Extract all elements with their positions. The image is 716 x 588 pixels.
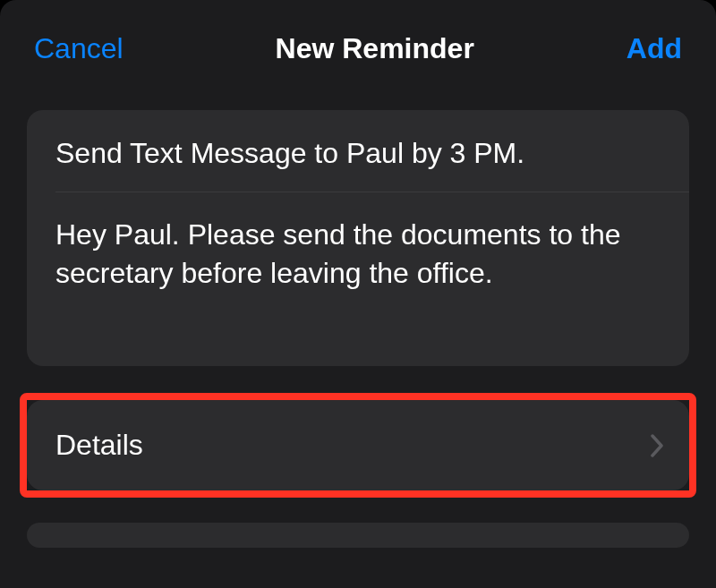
reminder-title-input[interactable]: Send Text Message to Paul by 3 PM. [27, 110, 689, 192]
page-title: New Reminder [276, 32, 474, 65]
reminder-content-card: Send Text Message to Paul by 3 PM. Hey P… [27, 110, 689, 366]
cancel-button[interactable]: Cancel [34, 32, 124, 65]
details-highlight: Details [20, 393, 696, 498]
details-button[interactable]: Details [27, 400, 689, 490]
add-button[interactable]: Add [626, 32, 682, 65]
new-reminder-modal: Cancel New Reminder Add Send Text Messag… [0, 0, 716, 588]
details-label: Details [55, 429, 143, 462]
reminder-notes-input[interactable]: Hey Paul. Please send the documents to t… [27, 192, 689, 366]
chevron-right-icon [650, 433, 664, 458]
navigation-bar: Cancel New Reminder Add [0, 7, 716, 94]
list-card[interactable] [27, 523, 689, 548]
